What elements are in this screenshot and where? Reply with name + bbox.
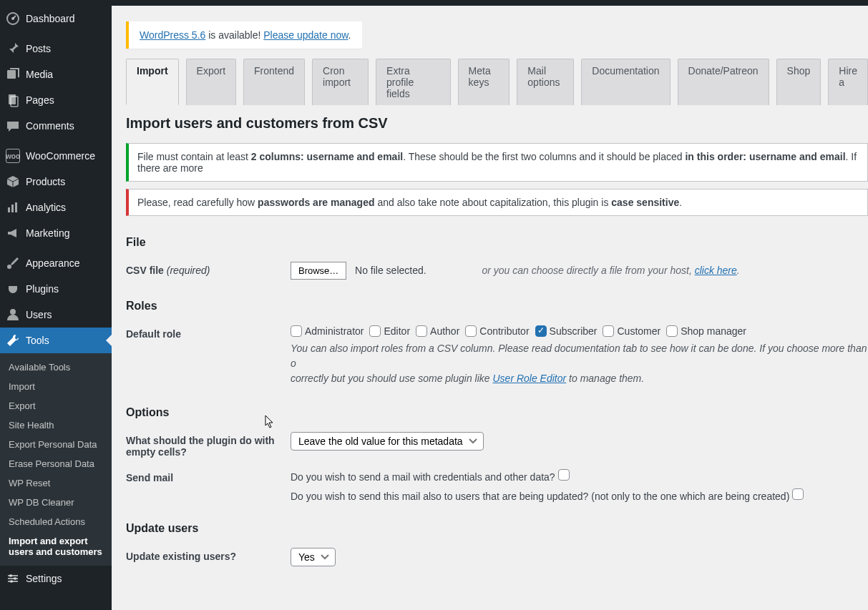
megaphone-icon <box>6 226 20 240</box>
tab-extra-profile-fields[interactable]: Extra profile fields <box>376 59 451 105</box>
sidebar-item-posts[interactable]: Posts <box>0 36 112 62</box>
tab-export[interactable]: Export <box>186 59 236 105</box>
sidebar-item-dashboard[interactable]: Dashboard <box>0 6 112 31</box>
sidebar-subitem-site-health[interactable]: Site Health <box>0 415 112 435</box>
sidebar-item-label: Media <box>26 69 53 80</box>
svg-rect-2 <box>7 70 16 79</box>
sidebar-item-products[interactable]: Products <box>0 169 112 195</box>
roles-heading: Roles <box>126 300 868 313</box>
sidebar-item-label: Analytics <box>26 202 66 213</box>
update-existing-label: Update existing users? <box>126 548 276 562</box>
tab-hire[interactable]: Hire a <box>828 59 868 105</box>
sidebar-subitem-export[interactable]: Export <box>0 396 112 415</box>
gauge-icon <box>6 11 20 26</box>
sidebar-item-appearance[interactable]: Appearance <box>0 250 112 276</box>
notice-file-columns: File must contain at least 2 columns: us… <box>126 143 868 182</box>
sidebar-subitem-wp-reset[interactable]: WP Reset <box>0 473 112 493</box>
tab-frontend[interactable]: Frontend <box>243 59 305 105</box>
tab-cron-import[interactable]: Cron import <box>312 59 369 105</box>
tab-shop[interactable]: Shop <box>776 59 821 105</box>
sidebar-item-pages[interactable]: Pages <box>0 87 112 113</box>
tab-meta-keys[interactable]: Meta keys <box>458 59 510 105</box>
send-mail-q2-text: Do you wish to send this mail also to us… <box>291 491 789 502</box>
sidebar-subitem-erase-personal-data[interactable]: Erase Personal Data <box>0 454 112 473</box>
svg-point-8 <box>7 265 11 269</box>
sidebar-item-label: Marketing <box>26 227 69 239</box>
sidebar-item-settings[interactable]: Settings <box>0 566 112 591</box>
role-option-subscriber[interactable]: Subscriber <box>535 325 598 337</box>
tab-mail-options[interactable]: Mail options <box>517 59 574 105</box>
sidebar-item-comments[interactable]: Comments <box>0 113 112 139</box>
role-option-editor[interactable]: Editor <box>369 325 410 337</box>
sidebar-item-woocommerce[interactable]: woo WooCommerce <box>0 143 112 169</box>
user-role-editor-link[interactable]: User Role Editor <box>492 373 566 384</box>
plug-icon <box>6 282 20 296</box>
default-role-label: Default role <box>126 325 276 340</box>
empty-cells-select[interactable]: Leave the old value for this metadata <box>291 432 484 451</box>
sidebar-item-label: Pages <box>26 94 54 106</box>
sidebar-subitem-export-personal-data[interactable]: Export Personal Data <box>0 435 112 454</box>
sidebar-subitem-import-export-users[interactable]: Import and export users and customers <box>0 531 112 561</box>
chart-icon <box>6 200 20 215</box>
browse-button[interactable]: Browse… <box>291 262 346 280</box>
sidebar-subitem-wp-db-cleaner[interactable]: WP DB Cleaner <box>0 493 112 512</box>
role-option-administrator[interactable]: Administrator <box>291 325 364 337</box>
role-checkbox-author[interactable] <box>416 325 427 337</box>
update-nag-version-link[interactable]: WordPress 5.6 <box>140 29 205 41</box>
sidebar-subitem-scheduled-actions[interactable]: Scheduled Actions <box>0 512 112 531</box>
svg-rect-7 <box>15 202 17 212</box>
role-checkbox-subscriber[interactable] <box>535 325 547 337</box>
update-existing-select[interactable]: Yes <box>291 548 336 566</box>
role-label: Contributor <box>479 325 529 337</box>
role-label: Shop manager <box>681 325 746 337</box>
options-heading: Options <box>126 406 868 419</box>
send-mail-label: Send mail <box>126 469 276 483</box>
sidebar-item-marketing[interactable]: Marketing <box>0 220 112 246</box>
woo-icon: woo <box>6 149 20 163</box>
role-checkbox-administrator[interactable] <box>291 325 302 337</box>
sidebar-item-label: Users <box>26 309 52 320</box>
sidebar-item-plugins[interactable]: Plugins <box>0 276 112 302</box>
click-here-link[interactable]: click here <box>695 265 737 276</box>
role-option-shop-manager[interactable]: Shop manager <box>666 325 746 337</box>
sidebar-item-label: Dashboard <box>26 13 75 24</box>
page-title: Import users and customers from CSV <box>126 115 868 132</box>
svg-rect-5 <box>8 207 10 212</box>
send-mail-q1-text: Do you wish to send a mail with credenti… <box>291 471 555 483</box>
role-option-customer[interactable]: Customer <box>603 325 660 337</box>
notice-passwords: Please, read carefully how passwords are… <box>126 189 868 216</box>
sidebar-item-tools[interactable]: Tools <box>0 328 112 353</box>
svg-point-14 <box>14 577 16 580</box>
tab-donate[interactable]: Donate/Patreon <box>678 59 769 105</box>
send-mail-q2-checkbox[interactable] <box>792 488 804 500</box>
sidebar-subitem-available-tools[interactable]: Available Tools <box>0 358 112 377</box>
sidebar-item-media[interactable]: Media <box>0 62 112 87</box>
empty-cells-label: What should the plugin do with empty cel… <box>126 432 276 458</box>
sidebar-item-users[interactable]: Users <box>0 302 112 328</box>
tab-import[interactable]: Import <box>126 59 179 105</box>
sidebar-subitem-import[interactable]: Import <box>0 377 112 396</box>
tab-documentation[interactable]: Documentation <box>581 59 670 105</box>
svg-rect-3 <box>9 94 16 104</box>
update-nag-update-link[interactable]: Please update now <box>263 29 348 41</box>
send-mail-q1-checkbox[interactable] <box>558 469 570 481</box>
svg-point-15 <box>10 580 13 583</box>
role-label: Administrator <box>305 325 364 337</box>
role-checkbox-customer[interactable] <box>603 325 614 337</box>
update-users-heading: Update users <box>126 522 868 535</box>
pages-icon <box>6 93 20 107</box>
role-option-author[interactable]: Author <box>416 325 459 337</box>
media-icon <box>6 67 20 82</box>
role-label: Customer <box>617 325 660 337</box>
role-option-contributor[interactable]: Contributor <box>465 325 529 337</box>
role-checkbox-contributor[interactable] <box>465 325 477 337</box>
file-heading: File <box>126 236 868 249</box>
role-label: Editor <box>384 325 410 337</box>
update-nag-mid: is available! <box>205 29 263 41</box>
sidebar-item-analytics[interactable]: Analytics <box>0 195 112 220</box>
sidebar-item-label: Settings <box>26 573 62 584</box>
role-checkbox-editor[interactable] <box>369 325 381 337</box>
role-checkbox-shop-manager[interactable] <box>666 325 678 337</box>
csv-file-label: CSV file (required) <box>126 262 276 276</box>
sidebar-item-label: Tools <box>26 335 49 346</box>
